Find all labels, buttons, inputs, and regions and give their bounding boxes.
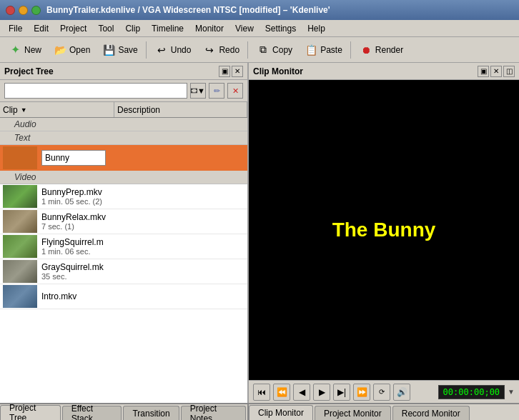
- list-item[interactable]: FlyingSquirrel.m 1 min. 06 sec.: [0, 234, 247, 259]
- tab-clip-monitor[interactable]: Clip Monitor: [249, 405, 313, 420]
- menu-file[interactable]: File: [3, 22, 28, 35]
- tab-effect-stack[interactable]: Effect Stack: [62, 406, 122, 420]
- tab-record-monitor[interactable]: Record Monitor: [392, 406, 470, 420]
- project-tree-content[interactable]: Audio Text Video BunnyPrep.mkv 1 min. 05: [0, 118, 247, 403]
- bottom-area: Project Tree Effect Stack Transition Pro…: [0, 403, 519, 420]
- menu-help[interactable]: Help: [302, 22, 331, 35]
- clip-thumbnail-flyingsquirrel: [3, 235, 37, 258]
- monitor-close-button[interactable]: ✕: [490, 66, 502, 77]
- menu-bar: File Edit Project Tool Clip Timeline Mon…: [0, 20, 519, 37]
- monitor-step-back-button[interactable]: ◀: [293, 384, 310, 401]
- copy-button[interactable]: ⧉ Copy: [251, 40, 297, 60]
- clip-sort-arrow: ▼: [21, 106, 27, 114]
- list-item[interactable]: Intro.mkv: [0, 284, 247, 309]
- description-column-header[interactable]: Description: [114, 102, 247, 117]
- maximize-button[interactable]: [31, 6, 41, 15]
- monitor-content-text: The Bunny: [332, 219, 436, 241]
- svg-rect-2: [192, 91, 193, 93]
- paste-icon: 📋: [304, 43, 318, 57]
- edit-clip-button[interactable]: ✏: [209, 83, 224, 99]
- monitor-float-button[interactable]: ◫: [503, 66, 515, 77]
- project-search-bar: ▼ ✏ ✕: [0, 80, 247, 102]
- main-toolbar: ✦ New 📂 Open 💾 Save ↩ Undo ↪ Redo ⧉ Copy…: [0, 37, 519, 63]
- render-button[interactable]: ⏺ Render: [354, 40, 408, 60]
- redo-label: Redo: [219, 45, 239, 55]
- copy-label: Copy: [272, 45, 292, 55]
- redo-button[interactable]: ↪ Redo: [197, 40, 244, 60]
- redo-icon: ↪: [202, 43, 217, 57]
- toolbar-separator-1: [146, 41, 147, 59]
- clip-thumbnail-bunnyrelax: [3, 210, 37, 233]
- clip-monitor-header: Clip Monitor ▣ ✕ ◫: [249, 63, 519, 80]
- tree-item-editing[interactable]: [0, 145, 247, 171]
- clip-thumbnail-graysquirrel: [3, 260, 37, 283]
- monitor-panel-controls: ▣ ✕ ◫: [478, 66, 515, 77]
- undo-icon: ↩: [154, 43, 169, 57]
- save-button[interactable]: 💾 Save: [97, 40, 142, 60]
- monitor-controls: ⏮ ⏪ ◀ ▶ ▶| ⏩ ⟳ 🔊 00:00:00;00 ▼: [249, 380, 519, 403]
- clip-info-flyingsquirrel: FlyingSquirrel.m 1 min. 06 sec.: [41, 237, 104, 256]
- monitor-fastforward-button[interactable]: ⏩: [353, 384, 370, 401]
- menu-clip[interactable]: Clip: [119, 22, 146, 35]
- undo-label: Undo: [171, 45, 192, 55]
- title-bar: BunnyTrailer.kdenlive / VGA Widescreen N…: [0, 0, 519, 20]
- menu-view[interactable]: View: [229, 22, 260, 35]
- save-label: Save: [118, 45, 137, 55]
- main-content: Project Tree ▣ ✕ ▼ ✏ ✕: [0, 63, 519, 403]
- panel-restore-button[interactable]: ▣: [219, 66, 230, 77]
- open-icon: 📂: [53, 43, 67, 57]
- menu-edit[interactable]: Edit: [28, 22, 54, 35]
- toolbar-separator-3: [350, 41, 351, 59]
- delete-clip-button[interactable]: ✕: [227, 83, 243, 99]
- close-button[interactable]: [6, 6, 15, 15]
- monitor-loop-button[interactable]: ⟳: [373, 384, 390, 401]
- monitor-volume-button[interactable]: 🔊: [393, 384, 410, 401]
- menu-timeline[interactable]: Timeline: [146, 22, 189, 35]
- project-search-input[interactable]: [4, 83, 187, 99]
- monitor-step-forward-button[interactable]: ▶|: [333, 384, 350, 401]
- tab-project-tree[interactable]: Project Tree: [0, 405, 61, 420]
- menu-monitor[interactable]: Monitor: [189, 22, 229, 35]
- clip-options-button[interactable]: ▼: [190, 83, 206, 99]
- tab-project-monitor[interactable]: Project Monitor: [315, 406, 391, 420]
- undo-button[interactable]: ↩ Undo: [149, 40, 197, 60]
- minimize-button[interactable]: [19, 6, 28, 15]
- paste-button[interactable]: 📋 Paste: [299, 40, 347, 60]
- menu-settings[interactable]: Settings: [260, 22, 302, 35]
- bottom-tab-bars: Project Tree Effect Stack Transition Pro…: [0, 404, 519, 420]
- right-panel: Clip Monitor ▣ ✕ ◫ The Bunny ⏮ ⏪ ◀ ▶ ▶| …: [249, 63, 519, 403]
- monitor-restore-button[interactable]: ▣: [478, 66, 489, 77]
- svg-rect-1: [192, 89, 193, 90]
- tab-project-notes[interactable]: Project Notes: [181, 406, 246, 420]
- film-strip-icon: [191, 86, 197, 96]
- paste-label: Paste: [320, 45, 342, 55]
- menu-tool[interactable]: Tool: [92, 22, 119, 35]
- monitor-display: The Bunny: [249, 80, 519, 380]
- open-button[interactable]: 📂 Open: [48, 40, 95, 60]
- list-item[interactable]: GraySquirrel.mk 35 sec.: [0, 259, 247, 284]
- clip-thumbnail-editing: [3, 146, 37, 169]
- render-icon: ⏺: [359, 43, 373, 57]
- clip-monitor-title: Clip Monitor: [253, 66, 303, 76]
- menu-project[interactable]: Project: [54, 22, 92, 35]
- tab-transition[interactable]: Transition: [123, 406, 179, 420]
- monitor-rewind-button[interactable]: ⏪: [273, 384, 290, 401]
- monitor-timecode-down[interactable]: ▼: [508, 388, 515, 396]
- toolbar-separator-2: [247, 41, 248, 59]
- clip-name-input[interactable]: [41, 150, 106, 166]
- list-item[interactable]: BunnyPrep.mkv 1 min. 05 sec. (2): [0, 184, 247, 209]
- window-controls: [6, 6, 41, 15]
- open-label: Open: [69, 45, 90, 55]
- monitor-skip-start-button[interactable]: ⏮: [253, 384, 270, 401]
- text-group-header: Text: [0, 131, 247, 145]
- svg-rect-4: [196, 91, 197, 93]
- clip-column-label: Clip: [3, 105, 18, 115]
- list-item[interactable]: BunnyRelax.mkv 7 sec. (1): [0, 209, 247, 234]
- audio-group-header: Audio: [0, 118, 247, 131]
- monitor-play-button[interactable]: ▶: [313, 384, 330, 401]
- svg-rect-3: [196, 89, 197, 90]
- panel-close-button[interactable]: ✕: [232, 66, 243, 77]
- window-title: BunnyTrailer.kdenlive / VGA Widescreen N…: [46, 5, 330, 15]
- clip-column-header[interactable]: Clip ▼: [0, 102, 114, 117]
- new-button[interactable]: ✦ New: [3, 40, 46, 60]
